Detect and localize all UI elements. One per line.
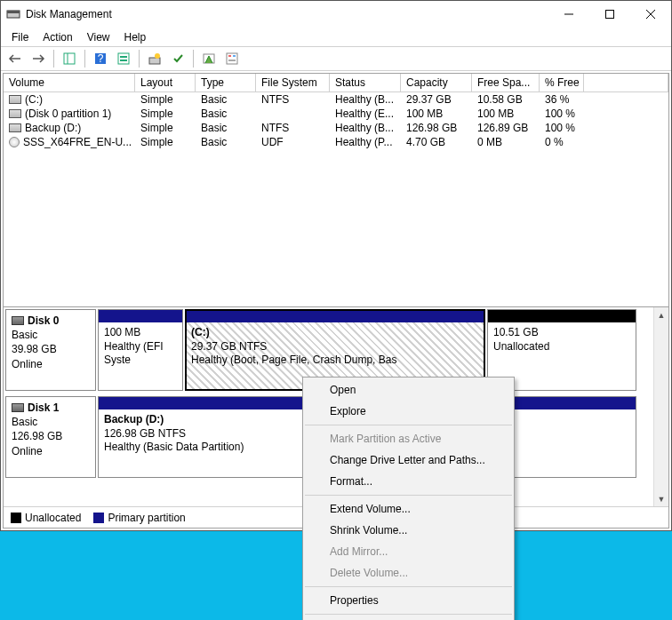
volume-free: 100 MB	[472, 107, 540, 121]
column-header-volume[interactable]: Volume	[4, 74, 135, 91]
minimize-button[interactable]	[548, 1, 589, 28]
window-buttons	[548, 1, 671, 28]
toolbar: ?	[1, 46, 671, 71]
drive-icon	[9, 95, 21, 104]
svg-rect-17	[228, 55, 231, 57]
menu-separator	[305, 586, 512, 587]
partition-status: Unallocated	[493, 340, 630, 354]
menu-item-format[interactable]: Format...	[303, 471, 514, 492]
svg-rect-18	[233, 55, 236, 57]
disk-name: Disk 1	[28, 401, 59, 415]
menu-item-extend-volume[interactable]: Extend Volume...	[303, 498, 514, 520]
menu-item-change-drive-letter-and-paths[interactable]: Change Drive Letter and Paths...	[303, 449, 514, 471]
column-header-pctfree[interactable]: % Free	[540, 74, 584, 91]
partition[interactable]: 100 MBHealthy (EFI Syste	[98, 309, 183, 391]
menu-item-properties[interactable]: Properties	[303, 590, 514, 611]
column-header-type[interactable]: Type	[196, 74, 256, 91]
scroll-down-icon[interactable]: ▼	[654, 491, 668, 506]
disk-size: 39.98 GB	[12, 342, 90, 356]
disk-info[interactable]: Disk 0Basic39.98 GBOnline	[5, 309, 96, 391]
volume-name: (Disk 0 partition 1)	[4, 107, 135, 121]
volume-status: Healthy (B...	[330, 121, 401, 135]
svg-rect-10	[118, 53, 129, 64]
partition-size: 10.51 GB	[493, 326, 630, 340]
volume-free: 0 MB	[472, 135, 540, 149]
help-button[interactable]: ?	[90, 49, 111, 68]
context-menu: OpenExploreMark Partition as ActiveChang…	[302, 377, 515, 620]
column-header-capacity[interactable]: Capacity	[401, 74, 472, 91]
svg-rect-12	[120, 60, 127, 61]
volume-pctfree: 100 %	[540, 121, 584, 135]
back-button[interactable]	[4, 49, 26, 68]
forward-button[interactable]	[28, 49, 49, 68]
menu-item-shrink-volume[interactable]: Shrink Volume...	[303, 520, 514, 541]
volume-status: Healthy (E...	[330, 107, 401, 121]
disk-icon	[12, 403, 24, 412]
volume-row[interactable]: SSS_X64FRE_EN-U...SimpleBasicUDFHealthy …	[4, 135, 668, 149]
apply-button[interactable]	[167, 49, 188, 68]
volume-pctfree: 100 %	[540, 107, 584, 121]
volume-fs: UDF	[256, 135, 330, 149]
menu-item-delete-volume: Delete Volume...	[303, 562, 514, 584]
menu-separator	[305, 614, 512, 615]
column-header-fs[interactable]: File System	[256, 74, 330, 91]
legend-primary: Primary partition	[93, 512, 185, 524]
disk-icon	[12, 316, 24, 325]
refresh-button[interactable]	[144, 49, 165, 68]
column-header-layout[interactable]: Layout	[135, 74, 196, 91]
volume-type: Basic	[196, 135, 256, 149]
menu-help[interactable]: Help	[117, 29, 154, 45]
volume-fs: NTFS	[256, 92, 330, 107]
svg-point-14	[155, 53, 160, 59]
svg-rect-11	[120, 56, 127, 58]
dvd-icon	[9, 137, 20, 147]
volume-capacity: 126.98 GB	[401, 121, 472, 135]
volume-row[interactable]: (C:)SimpleBasicNTFSHealthy (B...29.37 GB…	[4, 92, 668, 107]
disk-info[interactable]: Disk 1Basic126.98 GBOnline	[5, 396, 96, 478]
menu-separator	[305, 495, 512, 496]
disk-size: 126.98 GB	[12, 429, 90, 443]
volume-fs: NTFS	[256, 121, 330, 135]
volume-list-header: VolumeLayoutTypeFile SystemStatusCapacit…	[4, 74, 668, 92]
menu-item-explore[interactable]: Explore	[303, 401, 514, 422]
menu-action[interactable]: Action	[36, 29, 79, 45]
svg-text:?: ?	[98, 52, 104, 65]
disk-type: Basic	[12, 328, 90, 342]
column-header-free[interactable]: Free Spa...	[472, 74, 540, 91]
volume-layout: Simple	[135, 135, 196, 149]
scroll-up-icon[interactable]: ▲	[654, 307, 668, 322]
disk-type: Basic	[12, 415, 90, 429]
volume-row[interactable]: (Disk 0 partition 1)SimpleBasicHealthy (…	[4, 107, 668, 121]
menu-view[interactable]: View	[80, 29, 117, 45]
disk-state: Online	[12, 357, 90, 371]
menu-item-open[interactable]: Open	[303, 379, 514, 401]
menu-file[interactable]: File	[4, 29, 36, 45]
volume-row[interactable]: Backup (D:)SimpleBasicNTFSHealthy (B...1…	[4, 121, 668, 135]
volume-list-body: (C:)SimpleBasicNTFSHealthy (B...29.37 GB…	[4, 92, 668, 306]
maximize-button[interactable]	[589, 1, 630, 28]
partition-label: (C:)	[191, 326, 479, 340]
app-icon	[6, 7, 20, 21]
volume-name: SSS_X64FRE_EN-U...	[4, 135, 135, 149]
window-title: Disk Management	[26, 8, 548, 20]
vertical-scrollbar[interactable]: ▲ ▼	[653, 307, 668, 506]
svg-rect-13	[149, 58, 160, 64]
close-button[interactable]	[630, 1, 671, 28]
volume-capacity: 4.70 GB	[401, 135, 472, 149]
volume-free: 126.89 GB	[472, 121, 540, 135]
volume-name: (C:)	[4, 92, 135, 107]
rescan-button[interactable]	[198, 49, 220, 68]
menu-separator	[305, 425, 512, 425]
volume-type: Basic	[196, 92, 256, 107]
volume-type: Basic	[196, 107, 256, 121]
drive-icon	[9, 109, 21, 118]
volume-pctfree: 36 %	[540, 92, 584, 107]
menu-item-mark-partition-as-active: Mark Partition as Active	[303, 428, 514, 449]
volume-list: VolumeLayoutTypeFile SystemStatusCapacit…	[4, 74, 668, 307]
column-header-status[interactable]: Status	[330, 74, 401, 91]
settings-button[interactable]	[113, 49, 134, 68]
properties-button[interactable]	[221, 49, 243, 68]
show-hide-console-button[interactable]	[59, 49, 80, 68]
disk-state: Online	[12, 444, 90, 458]
menubar: File Action View Help	[1, 28, 671, 46]
